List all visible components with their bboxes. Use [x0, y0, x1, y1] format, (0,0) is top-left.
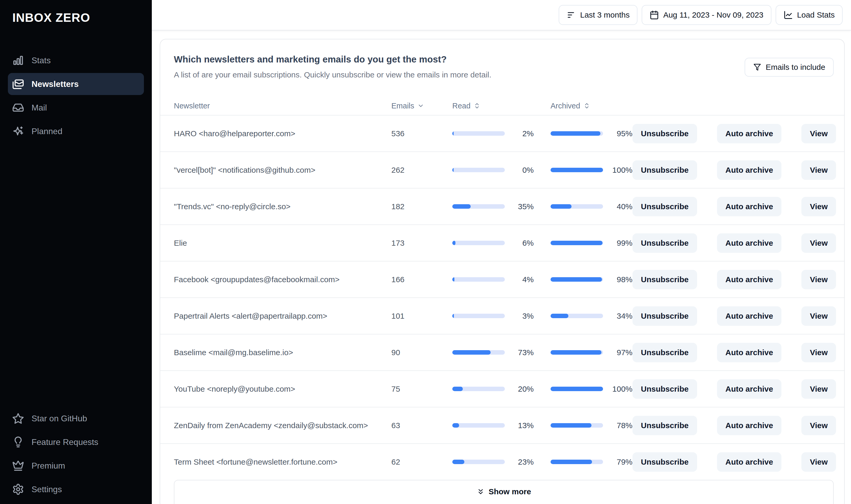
- table-row: YouTube <noreply@youtube.com> 75 20% 100…: [160, 371, 844, 407]
- column-header-archived[interactable]: Archived: [551, 102, 633, 110]
- unsubscribe-button[interactable]: Unsubscribe: [633, 270, 697, 289]
- view-button[interactable]: View: [801, 197, 836, 216]
- archived-progress-fill: [551, 168, 603, 172]
- unsubscribe-button[interactable]: Unsubscribe: [633, 306, 697, 326]
- sidebar-item-star-on-github[interactable]: Star on GitHub: [8, 408, 144, 429]
- sidebar-item-feature-requests[interactable]: Feature Requests: [8, 431, 144, 453]
- view-button[interactable]: View: [801, 306, 836, 326]
- show-more-label: Show more: [489, 487, 531, 496]
- star-icon: [12, 412, 24, 425]
- read-progress-bar: [452, 204, 505, 209]
- gear-icon: [12, 483, 24, 495]
- column-header-read[interactable]: Read: [452, 102, 534, 110]
- auto-archive-button[interactable]: Auto archive: [717, 416, 782, 435]
- unsubscribe-button[interactable]: Unsubscribe: [633, 233, 697, 253]
- row-actions: Unsubscribe Auto archive View: [633, 233, 836, 253]
- content-area: Which newsletters and marketing emails d…: [152, 31, 851, 504]
- show-more-button[interactable]: Show more: [174, 480, 834, 504]
- view-button[interactable]: View: [801, 452, 836, 472]
- period-select-button[interactable]: Last 3 months: [559, 5, 637, 25]
- read-progress-fill: [452, 241, 456, 245]
- auto-archive-button[interactable]: Auto archive: [717, 124, 782, 143]
- archived-progress-fill: [551, 277, 602, 282]
- auto-archive-button[interactable]: Auto archive: [717, 452, 782, 472]
- archived-percent: 100%: [607, 166, 633, 175]
- sidebar-item-newsletters[interactable]: Newsletters: [8, 73, 144, 95]
- auto-archive-button[interactable]: Auto archive: [717, 160, 782, 180]
- auto-archive-button[interactable]: Auto archive: [717, 233, 782, 253]
- unsubscribe-button[interactable]: Unsubscribe: [633, 124, 697, 143]
- row-actions: Unsubscribe Auto archive View: [633, 306, 836, 326]
- table-row: Baselime <mail@mg.baselime.io> 90 73% 97…: [160, 334, 844, 371]
- auto-archive-button[interactable]: Auto archive: [717, 270, 782, 289]
- view-button[interactable]: View: [801, 416, 836, 435]
- sidebar-item-settings[interactable]: Settings: [8, 478, 144, 500]
- row-actions: Unsubscribe Auto archive View: [633, 197, 836, 216]
- archived-cell: 95%: [551, 129, 633, 138]
- load-stats-button[interactable]: Load Stats: [776, 5, 843, 25]
- read-cell: 3%: [452, 311, 534, 321]
- newsletter-name: ZenDaily from ZenAcademy <zendaily@subst…: [174, 421, 391, 430]
- row-actions: Unsubscribe Auto archive View: [633, 124, 836, 143]
- table-body: HARO <haro@helpareporter.com> 536 2% 95%…: [160, 115, 844, 480]
- table-row: Term Sheet <fortune@newsletter.fortune.c…: [160, 443, 844, 480]
- archived-cell: 99%: [551, 239, 633, 248]
- sidebar-item-label: Feature Requests: [32, 437, 98, 447]
- unsubscribe-button[interactable]: Unsubscribe: [633, 160, 697, 180]
- sidebar-item-planned[interactable]: Planned: [8, 120, 144, 142]
- archived-progress-bar: [551, 241, 603, 245]
- view-button[interactable]: View: [801, 379, 836, 399]
- emails-count: 101: [391, 311, 452, 321]
- table-row: Papertrail Alerts <alert@papertrailapp.c…: [160, 298, 844, 334]
- bar-chart-icon: [12, 54, 24, 67]
- unsubscribe-button[interactable]: Unsubscribe: [633, 452, 697, 472]
- read-progress-fill: [452, 387, 463, 391]
- column-header-emails[interactable]: Emails: [391, 102, 452, 110]
- view-button[interactable]: View: [801, 343, 836, 362]
- auto-archive-button[interactable]: Auto archive: [717, 197, 782, 216]
- archived-cell: 97%: [551, 348, 633, 357]
- archived-progress-fill: [551, 460, 592, 464]
- app-logo: INBOX ZERO: [12, 11, 152, 25]
- emails-count: 166: [391, 275, 452, 284]
- newsletters-card: Which newsletters and marketing emails d…: [160, 39, 845, 504]
- emails-to-include-button[interactable]: Emails to include: [745, 58, 834, 77]
- auto-archive-button[interactable]: Auto archive: [717, 306, 782, 326]
- crown-icon: [12, 460, 24, 472]
- page-subtitle: A list of are your email subscriptions. …: [174, 70, 492, 79]
- view-button[interactable]: View: [801, 270, 836, 289]
- unsubscribe-button[interactable]: Unsubscribe: [633, 416, 697, 435]
- filter-lines-icon: [567, 10, 576, 20]
- table-header-row: Newsletter Emails Read Archived: [160, 96, 844, 115]
- auto-archive-button[interactable]: Auto archive: [717, 343, 782, 362]
- unsubscribe-button[interactable]: Unsubscribe: [633, 197, 697, 216]
- table-row: Facebook <groupupdates@facebookmail.com>…: [160, 261, 844, 298]
- view-button[interactable]: View: [801, 233, 836, 253]
- sidebar-item-label: Stats: [32, 56, 51, 65]
- sidebar-item-premium[interactable]: Premium: [8, 455, 144, 477]
- emails-count: 173: [391, 239, 452, 248]
- archived-progress-fill: [551, 314, 568, 318]
- unsubscribe-button[interactable]: Unsubscribe: [633, 379, 697, 399]
- date-range-button[interactable]: Aug 11, 2023 - Nov 09, 2023: [642, 5, 771, 25]
- read-progress-fill: [452, 131, 454, 136]
- emails-count: 75: [391, 384, 452, 394]
- row-actions: Unsubscribe Auto archive View: [633, 452, 836, 472]
- sidebar-item-label: Settings: [32, 485, 62, 494]
- archived-progress-fill: [551, 241, 603, 245]
- auto-archive-button[interactable]: Auto archive: [717, 379, 782, 399]
- sidebar-item-stats[interactable]: Stats: [8, 49, 144, 71]
- read-percent: 6%: [509, 239, 534, 248]
- view-button[interactable]: View: [801, 160, 836, 180]
- archived-cell: 100%: [551, 384, 633, 394]
- archived-cell: 100%: [551, 166, 633, 175]
- read-progress-fill: [452, 350, 491, 355]
- read-percent: 3%: [509, 311, 534, 321]
- newsletter-name: Term Sheet <fortune@newsletter.fortune.c…: [174, 457, 391, 466]
- sidebar-item-mail[interactable]: Mail: [8, 96, 144, 119]
- archived-progress-bar: [551, 387, 603, 391]
- archived-progress-fill: [551, 387, 603, 391]
- unsubscribe-button[interactable]: Unsubscribe: [633, 343, 697, 362]
- table-row: "Trends.vc" <no-reply@circle.so> 182 35%…: [160, 188, 844, 224]
- view-button[interactable]: View: [801, 124, 836, 143]
